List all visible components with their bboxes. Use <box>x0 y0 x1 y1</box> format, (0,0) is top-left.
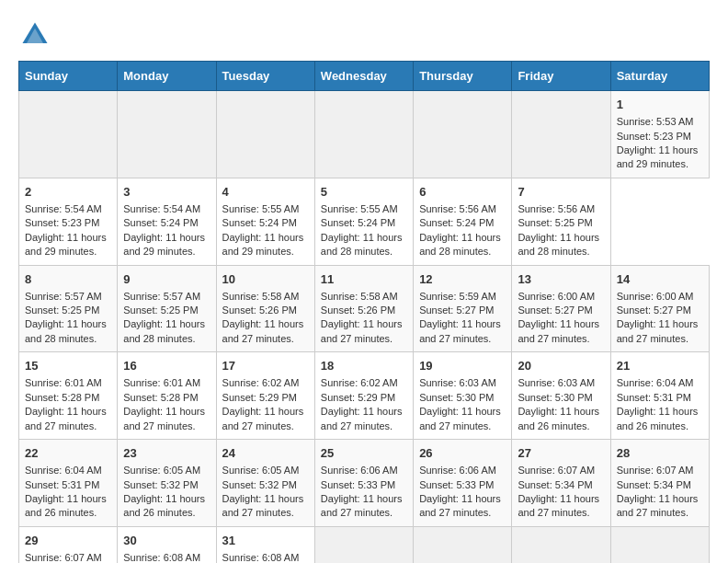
calendar-day-empty <box>314 91 413 178</box>
calendar-day-empty <box>512 91 610 178</box>
column-header-monday: Monday <box>118 62 216 91</box>
calendar-day: 19Sunrise: 6:03 AMSunset: 5:30 PMDayligh… <box>414 352 512 440</box>
calendar-day: 29Sunrise: 6:07 AMSunset: 5:35 PMDayligh… <box>19 526 118 563</box>
calendar-week-row: 8Sunrise: 5:57 AMSunset: 5:25 PMDaylight… <box>19 265 710 352</box>
day-number: 8 <box>25 271 111 288</box>
calendar-day: 26Sunrise: 6:06 AMSunset: 5:33 PMDayligh… <box>414 440 512 527</box>
calendar-day: 23Sunrise: 6:05 AMSunset: 5:32 PMDayligh… <box>118 440 216 527</box>
calendar-day: 10Sunrise: 5:58 AMSunset: 5:26 PMDayligh… <box>216 265 314 352</box>
day-number: 10 <box>222 271 309 288</box>
calendar-week-row: 29Sunrise: 6:07 AMSunset: 5:35 PMDayligh… <box>19 526 710 563</box>
day-number: 15 <box>25 358 111 374</box>
calendar-day: 5Sunrise: 5:55 AMSunset: 5:24 PMDaylight… <box>314 178 413 265</box>
calendar-header-row: SundayMondayTuesdayWednesdayThursdayFrid… <box>19 62 710 91</box>
day-number: 12 <box>419 271 506 288</box>
calendar-day-empty <box>314 526 413 563</box>
calendar-day: 8Sunrise: 5:57 AMSunset: 5:25 PMDaylight… <box>19 265 118 352</box>
day-number: 25 <box>321 445 407 462</box>
calendar-day: 30Sunrise: 6:08 AMSunset: 5:35 PMDayligh… <box>118 526 216 563</box>
page-header <box>18 18 710 52</box>
day-number: 3 <box>123 184 210 201</box>
calendar-day: 20Sunrise: 6:03 AMSunset: 5:30 PMDayligh… <box>512 352 610 440</box>
calendar-day: 21Sunrise: 6:04 AMSunset: 5:31 PMDayligh… <box>610 352 709 440</box>
day-number: 30 <box>123 533 210 549</box>
day-number: 19 <box>419 358 506 374</box>
calendar-day: 12Sunrise: 5:59 AMSunset: 5:27 PMDayligh… <box>414 265 512 352</box>
day-number: 18 <box>321 358 407 374</box>
calendar-day: 11Sunrise: 5:58 AMSunset: 5:26 PMDayligh… <box>314 265 413 352</box>
calendar-day-empty <box>414 526 512 563</box>
logo-icon <box>18 18 51 52</box>
calendar-day: 16Sunrise: 6:01 AMSunset: 5:28 PMDayligh… <box>118 352 216 440</box>
calendar-day-empty <box>19 91 118 178</box>
day-number: 6 <box>419 184 506 201</box>
day-number: 9 <box>123 271 210 288</box>
calendar-day: 24Sunrise: 6:05 AMSunset: 5:32 PMDayligh… <box>216 440 314 527</box>
calendar-week-row: 22Sunrise: 6:04 AMSunset: 5:31 PMDayligh… <box>19 440 710 527</box>
column-header-tuesday: Tuesday <box>216 62 314 91</box>
day-number: 28 <box>617 445 703 462</box>
calendar-day: 2Sunrise: 5:54 AMSunset: 5:23 PMDaylight… <box>19 178 118 265</box>
day-number: 24 <box>222 445 309 462</box>
calendar-day: 4Sunrise: 5:55 AMSunset: 5:24 PMDaylight… <box>216 178 314 265</box>
column-header-wednesday: Wednesday <box>314 62 413 91</box>
calendar-day: 6Sunrise: 5:56 AMSunset: 5:24 PMDaylight… <box>414 178 512 265</box>
logo <box>18 18 57 52</box>
day-number: 1 <box>617 97 703 113</box>
calendar-day: 14Sunrise: 6:00 AMSunset: 5:27 PMDayligh… <box>610 265 709 352</box>
calendar-table: SundayMondayTuesdayWednesdayThursdayFrid… <box>18 61 710 563</box>
day-number: 5 <box>321 184 407 201</box>
calendar-day: 13Sunrise: 6:00 AMSunset: 5:27 PMDayligh… <box>512 265 610 352</box>
calendar-day: 3Sunrise: 5:54 AMSunset: 5:24 PMDaylight… <box>118 178 216 265</box>
column-header-thursday: Thursday <box>414 62 512 91</box>
calendar-day-empty <box>512 526 610 563</box>
calendar-day: 18Sunrise: 6:02 AMSunset: 5:29 PMDayligh… <box>314 352 413 440</box>
calendar-week-row: 2Sunrise: 5:54 AMSunset: 5:23 PMDaylight… <box>19 178 710 265</box>
day-number: 20 <box>518 358 604 374</box>
day-number: 27 <box>518 445 604 462</box>
calendar-day: 7Sunrise: 5:56 AMSunset: 5:25 PMDaylight… <box>512 178 610 265</box>
day-number: 29 <box>25 533 111 549</box>
calendar-day-empty <box>118 91 216 178</box>
day-number: 2 <box>25 184 111 201</box>
calendar-day: 31Sunrise: 6:08 AMSunset: 5:36 PMDayligh… <box>216 526 314 563</box>
day-number: 31 <box>222 533 309 549</box>
column-header-sunday: Sunday <box>19 62 118 91</box>
day-number: 23 <box>123 445 210 462</box>
day-number: 26 <box>419 445 506 462</box>
calendar-day: 9Sunrise: 5:57 AMSunset: 5:25 PMDaylight… <box>118 265 216 352</box>
day-number: 16 <box>123 358 210 374</box>
calendar-day: 1Sunrise: 5:53 AMSunset: 5:23 PMDaylight… <box>610 91 709 178</box>
column-header-friday: Friday <box>512 62 610 91</box>
calendar-day-empty <box>414 91 512 178</box>
calendar-day-empty <box>610 526 709 563</box>
day-number: 14 <box>617 271 703 288</box>
day-number: 13 <box>518 271 604 288</box>
calendar-week-row: 1Sunrise: 5:53 AMSunset: 5:23 PMDaylight… <box>19 91 710 178</box>
day-number: 7 <box>518 184 604 201</box>
calendar-day: 17Sunrise: 6:02 AMSunset: 5:29 PMDayligh… <box>216 352 314 440</box>
day-number: 4 <box>222 184 309 201</box>
calendar-day: 15Sunrise: 6:01 AMSunset: 5:28 PMDayligh… <box>19 352 118 440</box>
calendar-day: 27Sunrise: 6:07 AMSunset: 5:34 PMDayligh… <box>512 440 610 527</box>
column-header-saturday: Saturday <box>610 62 709 91</box>
day-number: 21 <box>617 358 703 374</box>
calendar-day: 28Sunrise: 6:07 AMSunset: 5:34 PMDayligh… <box>610 440 709 527</box>
calendar-day: 22Sunrise: 6:04 AMSunset: 5:31 PMDayligh… <box>19 440 118 527</box>
day-number: 22 <box>25 445 111 462</box>
calendar-day-empty <box>216 91 314 178</box>
calendar-week-row: 15Sunrise: 6:01 AMSunset: 5:28 PMDayligh… <box>19 352 710 440</box>
calendar-day: 25Sunrise: 6:06 AMSunset: 5:33 PMDayligh… <box>314 440 413 527</box>
day-number: 17 <box>222 358 309 374</box>
day-number: 11 <box>321 271 407 288</box>
